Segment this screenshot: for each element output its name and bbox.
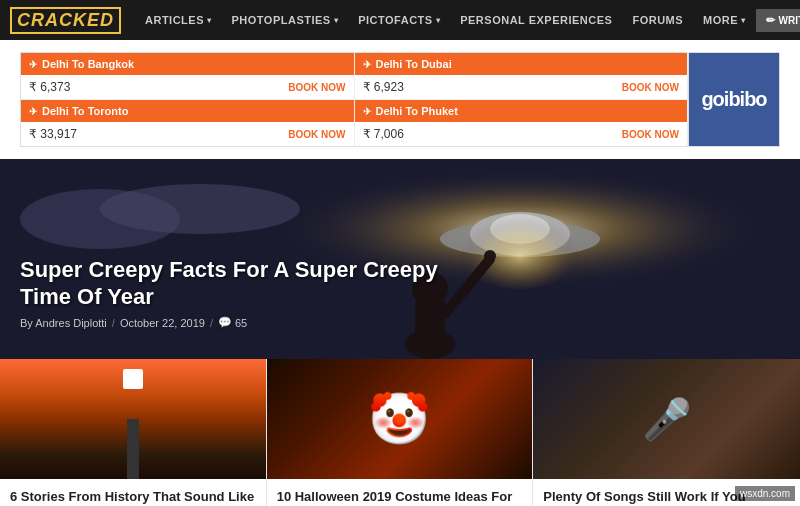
article-card-1[interactable]: 6 Stories From History That Sound Like S… — [0, 359, 267, 506]
flight-cell-1: ✈ Delhi To Bangkok ₹ 6,373 BOOK NOW — [21, 53, 355, 100]
plane-icon: ✈ — [29, 106, 37, 117]
flight-cell-2: ✈ Delhi To Dubai ₹ 6,923 BOOK NOW — [355, 53, 689, 100]
article-card-2[interactable]: 10 Halloween 2019 Costume Ideas For Extr… — [267, 359, 534, 506]
article-card-3[interactable]: Plenty Of Songs Still Work If You Remove… — [533, 359, 800, 506]
meta-divider-2: / — [210, 317, 213, 329]
ad-flights: ✈ Delhi To Bangkok ₹ 6,373 BOOK NOW ✈ De… — [21, 53, 689, 146]
article-thumb-1 — [0, 359, 266, 479]
joker-image — [267, 359, 533, 479]
site-logo[interactable]: CRACKED — [10, 7, 121, 34]
mj-image — [533, 359, 800, 479]
goibibo-logo: goibibo — [701, 88, 766, 111]
book-now-button-1[interactable]: BOOK NOW — [288, 82, 345, 93]
article-thumb-3 — [533, 359, 800, 479]
main-nav: CRACKED ARTICLES ▾ PHOTOPLASTIES ▾ PICTO… — [0, 0, 800, 40]
book-now-button-4[interactable]: BOOK NOW — [622, 129, 679, 140]
nav-more[interactable]: MORE ▾ — [693, 0, 756, 40]
nav-articles[interactable]: ARTICLES ▾ — [135, 0, 222, 40]
nav-right: ✏ WRITE FOR US f 𝕏 ▶ 🔍 👤 — [756, 9, 800, 32]
write-for-us-button[interactable]: ✏ WRITE FOR US — [756, 9, 800, 32]
pencil-icon: ✏ — [766, 14, 775, 27]
nav-personal-experiences[interactable]: PERSONAL EXPERIENCES — [450, 0, 622, 40]
lighthouse-image — [0, 359, 266, 479]
flight-header-1: ✈ Delhi To Bangkok — [21, 53, 354, 75]
flight-price-row-4: ₹ 7,006 BOOK NOW — [355, 122, 688, 146]
chevron-down-icon: ▾ — [436, 16, 441, 25]
flight-header-2: ✈ Delhi To Dubai — [355, 53, 688, 75]
hero-section: Super Creepy Facts For A Super Creepy Ti… — [0, 159, 800, 359]
goibibo-logo-container: goibibo — [689, 53, 779, 146]
article-info-1: 6 Stories From History That Sound Like S… — [0, 479, 266, 506]
plane-icon: ✈ — [29, 59, 37, 70]
article-title-1[interactable]: 6 Stories From History That Sound Like S… — [10, 489, 256, 506]
flight-price-row-3: ₹ 33,917 BOOK NOW — [21, 122, 354, 146]
hero-text-block: Super Creepy Facts For A Super Creepy Ti… — [20, 257, 470, 329]
watermark: wsxdn.com — [735, 486, 795, 501]
meta-divider: / — [112, 317, 115, 329]
plane-icon: ✈ — [363, 59, 371, 70]
chevron-down-icon: ▾ — [334, 16, 339, 25]
nav-pictofacts[interactable]: PICTOFACTS ▾ — [348, 0, 450, 40]
chevron-down-icon: ▾ — [207, 16, 212, 25]
comment-icon: 💬 — [218, 316, 232, 329]
ad-banner: ✈ Delhi To Bangkok ₹ 6,373 BOOK NOW ✈ De… — [20, 52, 780, 147]
plane-icon: ✈ — [363, 106, 371, 117]
flight-header-3: ✈ Delhi To Toronto — [21, 100, 354, 122]
flight-price-row-1: ₹ 6,373 BOOK NOW — [21, 75, 354, 99]
hero-author: By Andres Diplotti — [20, 317, 107, 329]
article-info-2: 10 Halloween 2019 Costume Ideas For Extr… — [267, 479, 533, 506]
comment-number: 65 — [235, 317, 247, 329]
chevron-down-icon: ▾ — [741, 16, 746, 25]
nav-items: ARTICLES ▾ PHOTOPLASTIES ▾ PICTOFACTS ▾ … — [135, 0, 756, 40]
article-grid: 6 Stories From History That Sound Like S… — [0, 359, 800, 506]
hero-meta: By Andres Diplotti / October 22, 2019 / … — [20, 316, 470, 329]
book-now-button-2[interactable]: BOOK NOW — [622, 82, 679, 93]
svg-point-12 — [484, 250, 496, 262]
article-thumb-2 — [267, 359, 533, 479]
flight-header-4: ✈ Delhi To Phuket — [355, 100, 688, 122]
comment-count: 💬 65 — [218, 316, 247, 329]
nav-photoplasties[interactable]: PHOTOPLASTIES ▾ — [222, 0, 349, 40]
hero-background: Super Creepy Facts For A Super Creepy Ti… — [0, 159, 800, 359]
flight-cell-3: ✈ Delhi To Toronto ₹ 33,917 BOOK NOW — [21, 100, 355, 146]
flight-cell-4: ✈ Delhi To Phuket ₹ 7,006 BOOK NOW — [355, 100, 689, 146]
hero-title[interactable]: Super Creepy Facts For A Super Creepy Ti… — [20, 257, 470, 310]
flight-price-row-2: ₹ 6,923 BOOK NOW — [355, 75, 688, 99]
hero-date: October 22, 2019 — [120, 317, 205, 329]
svg-point-3 — [100, 184, 300, 234]
article-title-2[interactable]: 10 Halloween 2019 Costume Ideas For Extr… — [277, 489, 523, 506]
nav-forums[interactable]: FORUMS — [622, 0, 693, 40]
book-now-button-3[interactable]: BOOK NOW — [288, 129, 345, 140]
